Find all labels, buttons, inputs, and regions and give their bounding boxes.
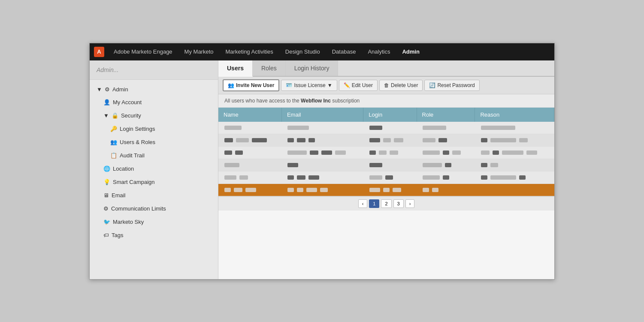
sidebar-item-label: Location [113,166,134,172]
blur-data [445,163,451,167]
cell-email [281,184,363,196]
page-2-button[interactable]: 2 [381,199,391,208]
table-row[interactable] [218,171,554,184]
blur-data [502,150,523,155]
sidebar-item-myaccount[interactable]: 👤 My Account [90,96,218,109]
delete-label: Delete User [391,82,418,88]
blur-data [481,163,487,167]
blur-data [239,175,248,180]
blur-data [383,188,390,192]
sidebar-item-location[interactable]: 🌐 Location [90,162,218,175]
tab-roles[interactable]: Roles [253,60,286,76]
tab-loginhistory[interactable]: Login History [286,60,339,76]
app-window: A Adobe Marketo Engage My Marketo Market… [89,43,555,280]
table-row[interactable] [218,134,554,146]
sidebar-item-loginsettings[interactable]: 🔑 Login Settings [90,122,218,135]
sidebar-group-admin[interactable]: ▼ ⚙ Admin [90,83,218,96]
blur-data [423,138,435,142]
gear-icon: ⚙ [105,86,110,93]
col-role: Role [417,108,475,122]
tabs-bar: Users Roles Login History [218,60,554,77]
blur-data [481,138,487,142]
edit-user-button[interactable]: ✏️ Edit User [339,80,378,91]
settings-icon: ⚙ [103,205,109,212]
table: Name Email Login Role Reason [218,108,554,196]
col-name: Name [218,108,281,122]
blur-data [234,188,242,192]
sidebar-item-label: Tags [112,232,123,238]
table-row[interactable] [218,146,554,159]
nav-item-design[interactable]: Design Studio [280,46,325,57]
blur-data [308,138,315,142]
col-login: Login [363,108,417,122]
sidebar-item-label: My Account [113,99,142,105]
user-icon: 👤 [103,99,110,105]
page-next-button[interactable]: › [405,199,415,208]
license-icon: 🪪 [286,82,292,88]
issue-license-button[interactable]: 🪪 Issue License ▼ [281,80,337,91]
top-nav: A Adobe Marketo Engage My Marketo Market… [90,43,554,60]
sidebar-item-label: Marketo Sky [113,219,144,225]
blur-data [224,138,233,142]
sidebar-item-marketosky[interactable]: 🐦 Marketo Sky [90,215,218,229]
sidebar-item-tags[interactable]: 🏷 Tags [90,229,218,242]
reset-label: Reset Password [437,82,475,88]
blur-data [423,175,440,180]
sidebar-group-label: Admin [112,86,128,93]
nav-item-marketing[interactable]: Marketing Activities [221,46,278,57]
cell-email [281,159,363,171]
cell-name [218,159,281,171]
blur-data [245,188,256,192]
cell-reason [475,159,554,171]
delete-user-button[interactable]: 🗑 Delete User [379,80,423,91]
blur-data [287,150,307,155]
col-reason: Reason [475,108,554,122]
email-icon: 🖥 [103,192,109,199]
nav-item-marketo[interactable]: Adobe Marketo Engage [109,46,178,57]
blur-data [438,138,447,142]
sidebar-item-label: Smart Campaign [113,179,155,185]
page-1-button[interactable]: 1 [369,199,379,208]
table-row[interactable] [218,122,554,134]
sidebar-item-email[interactable]: 🖥 Email [90,189,218,202]
audit-icon: 📋 [110,152,117,159]
sidebar-item-audittrail[interactable]: 📋 Audit Trail [90,149,218,162]
nav-item-mymarketo[interactable]: My Marketo [179,46,219,57]
nav-item-database[interactable]: Database [327,46,361,57]
nav-item-analytics[interactable]: Analytics [363,46,395,57]
blur-data [369,126,382,130]
nav-item-admin[interactable]: Admin [397,46,424,57]
sidebar-item-usersroles[interactable]: 👥 Users & Roles [90,135,218,149]
page-3-button[interactable]: 3 [393,199,404,208]
sidebar-item-label: Users & Roles [120,139,155,145]
blur-data [423,126,446,130]
reset-password-button[interactable]: 🔄 Reset Password [424,80,479,91]
tab-users[interactable]: Users [218,60,253,77]
page-prev-button[interactable]: ‹ [358,199,368,208]
blur-data [394,138,403,142]
table-row-selected[interactable] [218,184,554,196]
cell-login [363,159,417,171]
blur-data [379,150,387,155]
cell-name [218,122,281,134]
table-row[interactable] [218,159,554,171]
invite-new-user-button[interactable]: 👥 Invite New User [223,79,279,91]
content-area: Users Roles Login History 👥 Invite New U… [218,60,554,279]
sidebar-item-label: Login Settings [120,126,155,132]
cell-email [281,134,363,146]
blur-data [481,175,487,180]
lock-icon: 🔒 [112,112,118,119]
cell-name [218,146,281,159]
sidebar-item-commlimits[interactable]: ⚙ Communication Limits [90,202,218,215]
col-email: Email [281,108,363,122]
info-bar: All users who have access to the Webflow… [218,94,554,108]
cell-role [417,134,475,146]
toolbar: 👥 Invite New User 🪪 Issue License ▼ ✏️ E… [218,77,554,94]
cell-email [281,146,363,159]
sidebar-item-security[interactable]: ▼ 🔒 Security [90,109,218,122]
invite-icon: 👥 [228,82,234,88]
blur-data [287,175,294,180]
sidebar-item-smartcampaign[interactable]: 💡 Smart Campaign [90,175,218,189]
edit-label: Edit User [352,82,373,88]
blur-data [297,188,303,192]
